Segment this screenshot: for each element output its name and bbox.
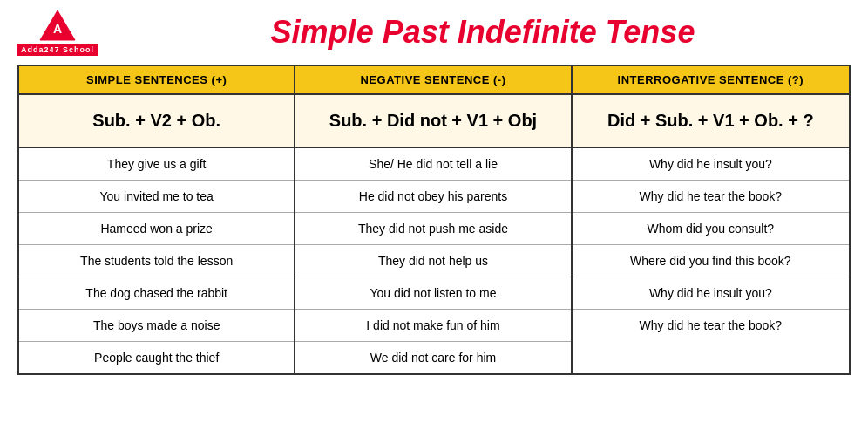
main-table: SIMPLE SENTENCES (+) NEGATIVE SENTENCE (… <box>17 65 851 375</box>
data-rows: They give us a giftYou invited me to tea… <box>19 148 849 373</box>
page-header: A Adda247 School Simple Past Indefinite … <box>17 9 851 56</box>
table-row: Why did he tear the book? <box>573 310 849 341</box>
table-row: I did not make fun of him <box>295 310 570 342</box>
table-row: They did not push me aside <box>295 213 570 245</box>
table-row: He did not obey his parents <box>295 181 570 213</box>
interrogative-sentences-col: Why did he insult you?Why did he tear th… <box>573 148 849 373</box>
logo-school-label: Adda247 School <box>17 44 98 56</box>
col-header-negative: NEGATIVE SENTENCE (-) <box>295 66 572 93</box>
svg-text:A: A <box>53 22 62 36</box>
table-row: People caught the thief <box>19 342 294 373</box>
formula-negative: Sub. + Did not + V1 + Obj <box>295 95 572 147</box>
formula-row: Sub. + V2 + Ob. Sub. + Did not + V1 + Ob… <box>19 95 849 148</box>
table-row: Where did you find this book? <box>573 245 849 277</box>
table-row: The students told the lesson <box>19 245 294 277</box>
table-row: The boys made a noise <box>19 310 294 342</box>
logo-triangle-icon: A <box>38 9 77 42</box>
table-row: Why did he insult you? <box>573 148 849 181</box>
table-row: Why did he tear the book? <box>573 181 849 213</box>
table-row: They give us a gift <box>19 148 294 181</box>
table-row: They did not help us <box>295 245 570 277</box>
logo: A Adda247 School <box>17 9 98 56</box>
table-row: We did not care for him <box>295 342 570 373</box>
table-row: Whom did you consult? <box>573 213 849 245</box>
table-row: She/ He did not tell a lie <box>295 148 570 181</box>
formula-interrogative: Did + Sub. + V1 + Ob. + ? <box>573 95 849 147</box>
formula-simple: Sub. + V2 + Ob. <box>19 95 295 147</box>
table-row: Why did he insult you? <box>573 277 849 310</box>
table-row: You invited me to tea <box>19 181 294 213</box>
negative-sentences-col: She/ He did not tell a lieHe did not obe… <box>295 148 572 373</box>
col-header-simple: SIMPLE SENTENCES (+) <box>19 66 295 93</box>
table-row: The dog chased the rabbit <box>19 277 294 310</box>
column-headers: SIMPLE SENTENCES (+) NEGATIVE SENTENCE (… <box>19 66 849 95</box>
page-title: Simple Past Indefinite Tense <box>115 14 851 51</box>
simple-sentences-col: They give us a giftYou invited me to tea… <box>19 148 295 373</box>
col-header-interrogative: INTERROGATIVE SENTENCE (?) <box>573 66 849 93</box>
table-row: You did not listen to me <box>295 277 570 310</box>
table-row: Hameed won a prize <box>19 213 294 245</box>
